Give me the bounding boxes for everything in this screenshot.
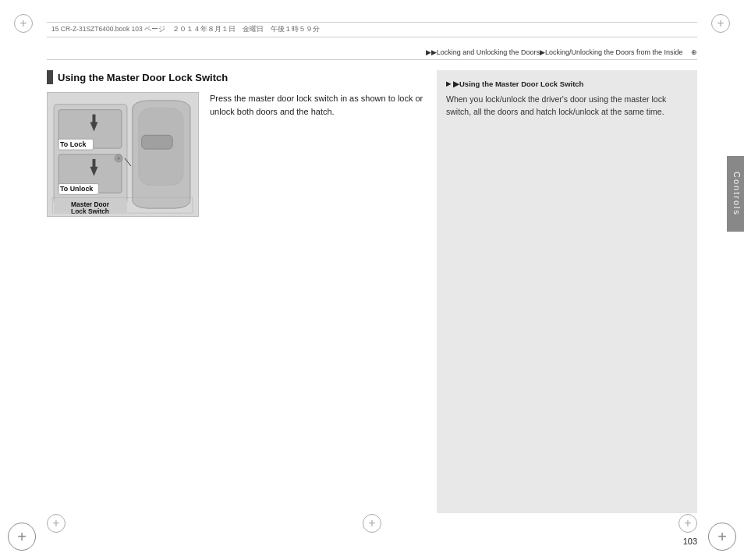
right-heading-text: ▶Using the Master Door Lock Switch (453, 80, 583, 88)
body-paragraph: Press the master door lock switch in as … (210, 92, 429, 118)
svg-rect-7 (92, 115, 95, 124)
sidebar-label: Controls (732, 172, 742, 216)
svg-point-21 (117, 157, 120, 160)
right-panel: ▶Using the Master Door Lock Switch When … (437, 70, 697, 513)
section-title: Using the Master Door Lock Switch (58, 72, 228, 83)
diagram-svg: To Lock To Unlock (48, 93, 198, 216)
breadcrumb: ▶▶Locking and Unlocking the Doors▶Lockin… (47, 48, 697, 60)
reg-mark-top-right (711, 14, 730, 33)
svg-rect-3 (142, 135, 173, 149)
svg-text:To Lock: To Lock (60, 140, 86, 148)
page-number: 103 (683, 537, 697, 546)
reg-mark-bottom-left (47, 514, 66, 533)
content-row: To Lock To Unlock (47, 92, 429, 217)
diagram-box: To Lock To Unlock (47, 92, 199, 217)
heading-bar (47, 70, 53, 84)
sidebar-controls-tab: Controls (727, 156, 744, 232)
svg-text:To Unlock: To Unlock (60, 185, 93, 193)
reg-mark-top-left (14, 14, 33, 33)
section-heading: Using the Master Door Lock Switch (47, 70, 429, 84)
reg-mark-bottom-left-large (8, 523, 36, 551)
right-panel-inner: ▶Using the Master Door Lock Switch When … (446, 80, 688, 119)
left-column: Using the Master Door Lock Switch (47, 70, 429, 217)
right-panel-body: When you lock/unlock the driver's door u… (446, 93, 688, 119)
top-bar: 15 CR-Z-31SZT6400.book 103 ページ ２０１４年８月１日… (47, 22, 697, 37)
file-info: 15 CR-Z-31SZT6400.book 103 ページ ２０１４年８月１日… (51, 25, 320, 34)
right-panel-heading: ▶Using the Master Door Lock Switch (446, 80, 688, 88)
reg-mark-bottom-right-large (708, 523, 736, 551)
body-text: Press the master door lock switch in as … (210, 92, 429, 118)
svg-rect-12 (92, 159, 95, 168)
svg-text:Lock Switch: Lock Switch (71, 207, 109, 215)
header-reg-mark: ⊕ (691, 48, 697, 56)
main-content: Using the Master Door Lock Switch (47, 70, 697, 513)
reg-mark-bottom-center (363, 514, 381, 533)
reg-mark-bottom-right (678, 514, 697, 533)
breadcrumb-text: ▶▶Locking and Unlocking the Doors▶Lockin… (426, 48, 683, 56)
